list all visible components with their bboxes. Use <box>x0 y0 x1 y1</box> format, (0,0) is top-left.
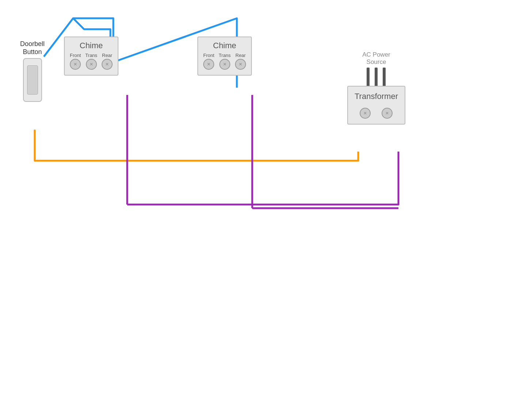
chime1-trans-screw <box>86 59 97 70</box>
chime2-trans-screw <box>219 59 230 70</box>
purple-wire-to-transformer-1 <box>127 152 398 205</box>
chime1-component: Chime Front Trans Rear <box>64 37 118 76</box>
chime1-box: Chime Front Trans Rear <box>64 37 118 76</box>
chime1-trans-label: Trans <box>85 53 97 58</box>
chime1-terminals: Front Trans Rear <box>70 53 113 70</box>
chime1-front-screw <box>70 59 81 70</box>
chime1-terminal-front: Front <box>70 53 81 70</box>
ac-prongs <box>347 68 405 86</box>
chime2-trans-label: Trans <box>219 53 231 58</box>
chime1-rear-screw <box>102 59 113 70</box>
doorbell-label: Doorbell Button <box>20 40 45 56</box>
wiring-diagram: Doorbell Button Chime Front Trans Rear <box>0 0 511 420</box>
doorbell-button-component: Doorbell Button <box>20 40 45 102</box>
chime1-terminal-rear: Rear <box>102 53 113 70</box>
doorbell-inner <box>27 65 38 95</box>
chime2-label: Chime <box>203 41 246 50</box>
transformer-body: Transformer <box>347 86 405 125</box>
chime2-terminals: Front Trans Rear <box>203 53 246 70</box>
prong-3 <box>383 68 386 86</box>
chime2-terminal-trans: Trans <box>219 53 231 70</box>
transformer-component: AC Power Source Transformer <box>347 51 405 125</box>
transformer-terminals <box>355 108 398 119</box>
chime1-terminal-trans: Trans <box>85 53 97 70</box>
transformer-screw-1 <box>360 108 371 119</box>
chime2-front-label: Front <box>203 53 214 58</box>
chime2-component: Chime Front Trans Rear <box>197 37 252 76</box>
transformer-label: Transformer <box>355 92 398 101</box>
chime2-terminal-front: Front <box>203 53 214 70</box>
transformer-terminal-1 <box>360 108 371 119</box>
chime2-rear-screw <box>235 59 246 70</box>
chime2-terminal-rear: Rear <box>235 53 246 70</box>
prong-1 <box>367 68 370 86</box>
transformer-screw-2 <box>382 108 393 119</box>
doorbell-body <box>23 58 42 102</box>
chime2-front-screw <box>203 59 214 70</box>
ac-power-label: AC Power Source <box>347 51 405 66</box>
chime2-rear-label: Rear <box>235 53 246 58</box>
transformer-terminal-2 <box>382 108 393 119</box>
chime1-label: Chime <box>70 41 113 50</box>
prong-2 <box>375 68 378 86</box>
orange-wire <box>35 130 358 161</box>
chime1-rear-label: Rear <box>102 53 112 58</box>
chime1-front-label: Front <box>70 53 81 58</box>
chime2-box: Chime Front Trans Rear <box>197 37 252 76</box>
